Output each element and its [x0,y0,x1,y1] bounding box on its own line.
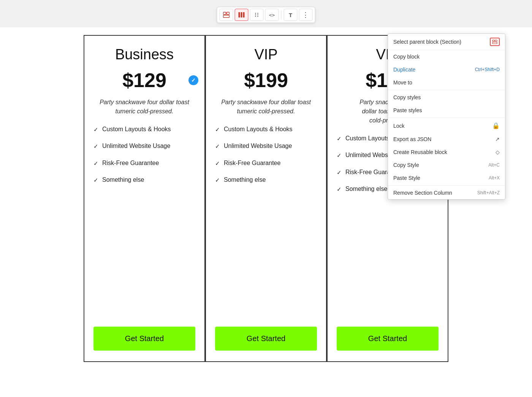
card-title-business: Business [93,46,195,63]
copy-block-label: Copy block [393,54,420,60]
feature-label: Unlimited Website Usage [224,142,292,150]
feature-item: ✓ Risk-Free Guarantee [215,159,317,167]
svg-point-8 [255,14,256,15]
context-menu-header-label: Select parent block (Section) [393,39,461,45]
get-started-btn-vip1[interactable]: Get Started [215,327,317,351]
feature-item: ✓ Custom Layouts & Hooks [93,125,195,133]
export-icon: ↗ [495,136,500,142]
card-price-vip1: $199 [215,69,317,92]
paste-styles-label: Paste styles [393,107,422,113]
svg-rect-12 [492,40,494,41]
get-started-btn-business[interactable]: Get Started [93,327,195,351]
card-desc-vip1: Party snackwave four dollar toast tumeri… [215,98,317,116]
feature-label: Something else [345,185,387,193]
check-icon: ✓ [93,142,98,150]
svg-rect-1 [227,12,230,14]
remove-section-column-label: Remove Section Column [393,190,452,196]
check-icon: ✓ [337,135,342,143]
check-icon: ✓ [215,159,220,167]
svg-rect-13 [495,40,497,41]
copy-block-item[interactable]: Copy block [388,50,505,63]
check-icon: ✓ [93,176,98,184]
feature-label: Unlimited Website Usage [102,142,170,150]
export-json-item[interactable]: Export as JSON ↗ [388,133,505,146]
feature-label: Custom Layouts & Hooks [102,125,171,133]
svg-point-10 [255,16,256,17]
feature-item: ✓ Unlimited Website Usage [93,142,195,150]
check-icon: ✓ [215,176,220,184]
check-icon: ✓ [337,185,342,193]
feature-label: Something else [224,176,266,184]
copy-styles-item[interactable]: Copy styles [388,91,505,104]
features-list-vip1: ✓ Custom Layouts & Hooks ✓ Unlimited Web… [215,125,317,316]
card-title-vip1: VIP [215,46,317,63]
svg-point-7 [257,13,258,14]
check-icon: ✓ [93,159,98,167]
move-to-label: Move to [393,79,412,86]
check-icon: ✓ [337,151,342,159]
copy-style-item[interactable]: Copy Style Alt+C [388,159,505,172]
separator-1 [388,90,505,90]
paste-style-item[interactable]: Paste Style Alt+X [388,172,505,184]
feature-label: Risk-Free Guarantee [102,159,159,167]
pricing-card-business: Business $129 ✓ Party snackwave four dol… [84,35,205,362]
lock-icon: 🔒 [492,122,500,129]
feature-item: ✓ Something else [93,176,195,184]
feature-item: ✓ Something else [215,176,317,184]
separator-3 [388,185,505,186]
svg-point-11 [257,16,258,17]
check-icon: ✓ [93,125,98,133]
block-toolbar: <> T ⋮ [217,7,315,23]
copy-style-shortcut: Alt+C [488,162,500,168]
svg-rect-2 [223,15,230,17]
code-toolbar-btn[interactable]: <> [265,9,279,21]
lock-label: Lock [393,123,405,129]
feature-label: Custom Layouts & Hooks [224,125,293,133]
reusable-icon: ◇ [496,149,500,155]
columns-toolbar-btn[interactable] [235,9,249,21]
card-desc-business: Party snackwave four dollar toast tumeri… [93,98,195,116]
svg-point-6 [255,13,256,14]
duplicate-item[interactable]: Duplicate Ctrl+Shift+D [388,63,505,76]
context-menu: Select parent block (Section) Copy block… [388,33,505,200]
section-parent-icon [490,38,500,46]
get-started-btn-vip2[interactable]: Get Started [337,327,439,351]
feature-label: Something else [102,176,144,184]
create-reusable-item[interactable]: Create Reusable block ◇ [388,146,505,159]
svg-point-9 [257,14,258,15]
remove-section-column-item[interactable]: Remove Section Column Shift+Alt+Z [388,186,505,199]
feature-item: ✓ Custom Layouts & Hooks [215,125,317,133]
svg-rect-14 [492,42,497,44]
features-list-business: ✓ Custom Layouts & Hooks ✓ Unlimited Web… [93,125,195,316]
drag-toolbar-btn[interactable] [250,9,264,21]
svg-rect-3 [239,12,240,17]
more-toolbar-btn[interactable]: ⋮ [299,9,313,21]
pricing-card-vip1: VIP $199 Party snackwave four dollar toa… [205,35,327,362]
check-icon: ✓ [215,125,220,133]
card-price-business: $129 ✓ [93,69,195,92]
move-to-item[interactable]: Move to [388,76,505,89]
svg-rect-4 [241,12,242,17]
remove-shortcut: Shift+Alt+Z [477,190,500,195]
lock-item[interactable]: Lock 🔒 [388,119,505,133]
duplicate-label: Duplicate [393,67,415,73]
text-toolbar-btn[interactable]: T [284,9,298,21]
feature-label: Unlimited Website [345,151,394,159]
context-menu-header[interactable]: Select parent block (Section) [388,34,505,50]
check-icon: ✓ [337,168,342,176]
paste-style-shortcut: Alt+X [489,175,500,181]
export-json-label: Export as JSON [393,136,431,142]
copy-style-label: Copy Style [393,162,419,168]
copy-styles-label: Copy styles [393,94,421,100]
separator-2 [388,118,505,118]
section-toolbar-btn[interactable] [220,9,233,21]
svg-rect-5 [243,12,245,17]
paste-styles-item[interactable]: Paste styles [388,104,505,117]
feature-label: Risk-Free Guarantee [224,159,280,167]
feature-item: ✓ Risk-Free Guarantee [93,159,195,167]
paste-style-label: Paste Style [393,175,420,181]
check-icon: ✓ [215,142,220,150]
duplicate-shortcut: Ctrl+Shift+D [475,67,500,72]
toolbar-divider [281,10,282,19]
selected-badge: ✓ [188,75,198,85]
